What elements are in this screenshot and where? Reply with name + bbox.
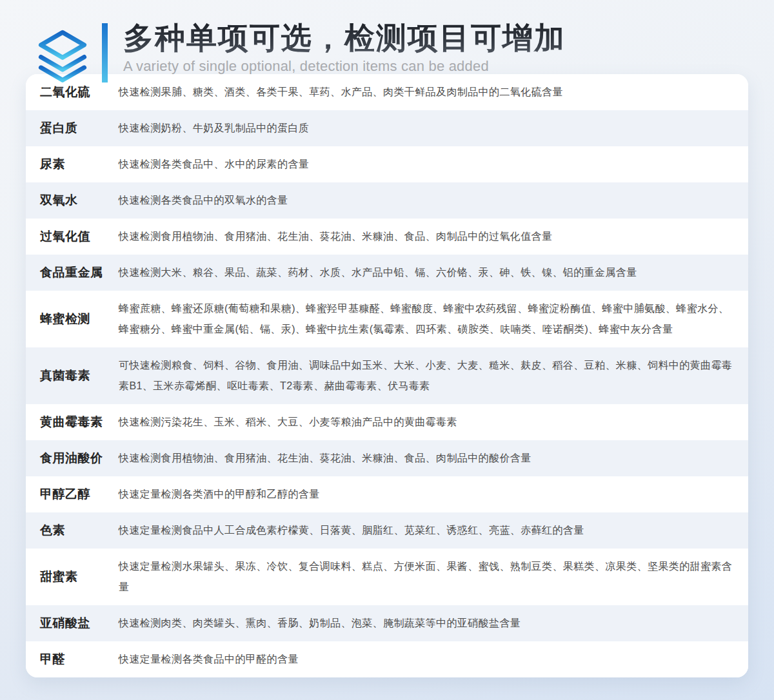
layers-icon <box>37 27 88 89</box>
row-desc: 快速定量检测水果罐头、果冻、冷饮、复合调味料、糕点、方便米面、果酱、蜜饯、熟制豆… <box>119 556 734 598</box>
table-row: 甲醛 快速定量检测各类食品中的甲醛的含量 <box>26 641 748 677</box>
row-desc: 快速检测食用植物油、食用猪油、花生油、葵花油、米糠油、食品、肉制品中的过氧化值含… <box>119 226 734 247</box>
table-row: 双氧水 快速检测各类食品中的双氧水的含量 <box>26 182 748 219</box>
row-desc: 快速检测各类食品中、水中的尿素的含量 <box>119 154 734 175</box>
row-desc: 快速定量检测各类食品中的甲醛的含量 <box>119 649 734 670</box>
table-row: 蜂蜜检测 蜂蜜蔗糖、蜂蜜还原糖(葡萄糖和果糖)、蜂蜜羟甲基糠醛、蜂蜜酸度、蜂蜜中… <box>26 291 748 347</box>
row-desc: 快速检测大米、粮谷、果品、蔬菜、药材、水质、水产品中铅、镉、六价铬、汞、砷、铁、… <box>119 262 734 283</box>
table-row: 色素 快速定量检测食品中人工合成色素柠檬黄、日落黄、胭脂红、苋菜红、诱惑红、亮蓝… <box>26 512 748 549</box>
table-row: 甲醇乙醇 快速定量检测各类酒中的甲醇和乙醇的含量 <box>26 476 748 512</box>
row-label: 亚硝酸盐 <box>40 615 119 632</box>
row-desc: 快速定量检测各类酒中的甲醇和乙醇的含量 <box>119 484 734 505</box>
accent-divider-bar <box>102 23 108 83</box>
row-desc: 快速检测污染花生、玉米、稻米、大豆、小麦等粮油产品中的黄曲霉毒素 <box>119 412 734 433</box>
table-row: 真菌毒素 可快速检测粮食、饲料、谷物、食用油、调味品中如玉米、大米、小麦、大麦、… <box>26 347 748 404</box>
row-label: 食用油酸价 <box>40 450 119 467</box>
row-desc: 快速检测果脯、糖类、酒类、各类干果、草药、水产品、肉类干鲜品及肉制品中的二氧化硫… <box>119 82 734 102</box>
page-subtitle: A variety of single optional, detection … <box>123 58 566 75</box>
row-desc: 快速定量检测食品中人工合成色素柠檬黄、日落黄、胭脂红、苋菜红、诱惑红、亮蓝、赤藓… <box>119 520 734 541</box>
row-label: 色素 <box>40 522 119 539</box>
row-desc: 快速检测食用植物油、食用猪油、花生油、葵花油、米糠油、食品、肉制品中的酸价含量 <box>119 448 734 469</box>
row-label: 双氧水 <box>40 192 119 209</box>
row-label: 真菌毒素 <box>40 367 119 384</box>
page-header: 多种单项可选，检测项目可增加 A variety of single optio… <box>0 0 774 74</box>
row-desc: 蜂蜜蔗糖、蜂蜜还原糖(葡萄糖和果糖)、蜂蜜羟甲基糠醛、蜂蜜酸度、蜂蜜中农药残留、… <box>119 298 734 340</box>
table-row: 二氧化硫 快速检测果脯、糖类、酒类、各类干果、草药、水产品、肉类干鲜品及肉制品中… <box>26 74 748 110</box>
row-desc: 快速检测肉类、肉类罐头、熏肉、香肠、奶制品、泡菜、腌制蔬菜等中的亚硝酸盐含量 <box>119 613 734 634</box>
row-desc: 快速检测奶粉、牛奶及乳制品中的蛋白质 <box>119 118 734 139</box>
row-label: 甲醇乙醇 <box>40 486 119 503</box>
detection-items-table: 二氧化硫 快速检测果脯、糖类、酒类、各类干果、草药、水产品、肉类干鲜品及肉制品中… <box>26 74 748 677</box>
row-desc: 快速检测各类食品中的双氧水的含量 <box>119 190 734 211</box>
table-row: 黄曲霉毒素 快速检测污染花生、玉米、稻米、大豆、小麦等粮油产品中的黄曲霉毒素 <box>26 404 748 440</box>
table-row: 食品重金属 快速检测大米、粮谷、果品、蔬菜、药材、水质、水产品中铅、镉、六价铬、… <box>26 255 748 291</box>
row-label: 甲醛 <box>40 651 119 668</box>
row-label: 食品重金属 <box>40 264 119 281</box>
row-label: 甜蜜素 <box>40 569 119 585</box>
row-label: 二氧化硫 <box>40 84 119 101</box>
table-row: 尿素 快速检测各类食品中、水中的尿素的含量 <box>26 146 748 182</box>
table-row: 甜蜜素 快速定量检测水果罐头、果冻、冷饮、复合调味料、糕点、方便米面、果酱、蜜饯… <box>26 549 748 605</box>
page-title: 多种单项可选，检测项目可增加 <box>123 21 566 56</box>
row-label: 黄曲霉毒素 <box>40 414 119 431</box>
row-label: 尿素 <box>40 156 119 173</box>
row-label: 过氧化值 <box>40 228 119 245</box>
row-label: 蛋白质 <box>40 120 119 137</box>
table-row: 食用油酸价 快速检测食用植物油、食用猪油、花生油、葵花油、米糠油、食品、肉制品中… <box>26 440 748 476</box>
row-label: 蜂蜜检测 <box>40 311 119 327</box>
table-row: 过氧化值 快速检测食用植物油、食用猪油、花生油、葵花油、米糠油、食品、肉制品中的… <box>26 219 748 255</box>
table-row: 亚硝酸盐 快速检测肉类、肉类罐头、熏肉、香肠、奶制品、泡菜、腌制蔬菜等中的亚硝酸… <box>26 605 748 641</box>
table-row: 蛋白质 快速检测奶粉、牛奶及乳制品中的蛋白质 <box>26 110 748 146</box>
row-desc: 可快速检测粮食、饲料、谷物、食用油、调味品中如玉米、大米、小麦、大麦、糙米、麸皮… <box>119 355 734 396</box>
